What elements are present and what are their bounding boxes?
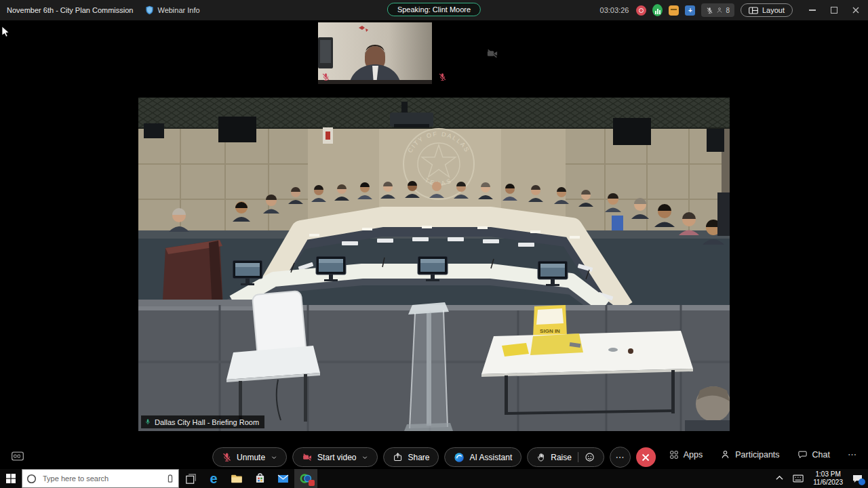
connection-indicator-icon bbox=[652, 4, 663, 16]
meeting-title: November 6th - City Plan Commission bbox=[7, 6, 133, 14]
muted-participants-indicator: 8 bbox=[701, 3, 734, 17]
edge-browser-icon[interactable]: e bbox=[202, 469, 225, 488]
share-label: Share bbox=[408, 453, 429, 462]
leave-meeting-button[interactable] bbox=[636, 447, 656, 467]
location-label: Dallas City Hall - Briefing Room bbox=[155, 418, 259, 426]
webinar-info-button[interactable]: Webinar Info bbox=[145, 5, 199, 15]
restore-button[interactable] bbox=[830, 6, 838, 14]
taskbar-search-box[interactable] bbox=[22, 469, 179, 488]
chevron-up-icon bbox=[776, 475, 783, 481]
more-glyph: ⋯ bbox=[615, 452, 625, 462]
store-bag-icon bbox=[255, 473, 265, 484]
ai-assistant-button[interactable]: AI Assistant bbox=[445, 447, 522, 467]
minimize-button[interactable] bbox=[808, 6, 816, 14]
video-thumbnail-speaker[interactable] bbox=[318, 22, 432, 84]
windows-logo-icon bbox=[6, 474, 16, 483]
mic-off-icon bbox=[706, 7, 713, 14]
mic-active-icon bbox=[144, 418, 151, 426]
start-button[interactable] bbox=[0, 469, 22, 488]
mic-off-icon bbox=[222, 452, 232, 462]
chat-label: Chat bbox=[812, 450, 830, 460]
speaking-badge: Speaking: Clint Moore bbox=[387, 3, 481, 16]
microsoft-store-icon[interactable] bbox=[248, 469, 271, 488]
pen-icon[interactable] bbox=[166, 474, 174, 483]
chat-notification-icon[interactable] bbox=[669, 5, 679, 16]
raise-hand-label: Raise bbox=[551, 453, 572, 462]
briefing-room-video: CITY OF DALLAS TEXAS bbox=[138, 98, 730, 431]
edge-glyph: e bbox=[210, 472, 217, 485]
filmstrip bbox=[318, 22, 550, 84]
sign-in-text: SIGN IN bbox=[540, 328, 560, 334]
location-badge: Dallas City Hall - Briefing Room bbox=[141, 415, 264, 428]
share-button[interactable]: Share bbox=[383, 447, 439, 467]
webex-notification-badge bbox=[309, 480, 315, 486]
mouse-cursor bbox=[1, 26, 9, 37]
start-video-button[interactable]: Start video bbox=[292, 447, 378, 467]
chevron-down-icon[interactable] bbox=[361, 454, 368, 461]
unmute-button[interactable]: Unmute bbox=[212, 447, 287, 467]
participants-button[interactable]: Participants bbox=[720, 449, 779, 460]
mail-icon[interactable] bbox=[271, 469, 294, 488]
camera-off-icon bbox=[302, 452, 313, 462]
recording-indicator-icon bbox=[636, 5, 646, 16]
divider bbox=[578, 452, 578, 462]
ai-assistant-label: AI Assistant bbox=[470, 453, 513, 462]
captions-button[interactable] bbox=[11, 450, 24, 462]
apps-label: Apps bbox=[684, 450, 703, 460]
system-tray: 1:03 PM 11/6/2023 bbox=[776, 469, 868, 488]
mic-muted-icon bbox=[321, 73, 330, 81]
hidden-icons-chevron[interactable] bbox=[776, 475, 783, 481]
person-icon bbox=[716, 7, 723, 14]
action-center-button[interactable] bbox=[852, 474, 863, 483]
camera-off-icon bbox=[486, 47, 498, 60]
envelope-icon bbox=[277, 474, 289, 483]
layout-button[interactable]: Layout bbox=[741, 3, 793, 17]
close-icon bbox=[852, 7, 859, 14]
titlebar: November 6th - City Plan Commission Webi… bbox=[0, 0, 868, 20]
close-button[interactable] bbox=[852, 6, 860, 14]
muted-count: 8 bbox=[726, 7, 730, 14]
reactions-emoji-icon[interactable] bbox=[585, 452, 595, 462]
start-video-label: Start video bbox=[317, 453, 356, 462]
main-video-stage: CITY OF DALLAS TEXAS bbox=[138, 98, 730, 431]
touch-keyboard-icon[interactable] bbox=[793, 474, 804, 483]
ai-assistant-icon bbox=[454, 452, 465, 463]
search-input[interactable] bbox=[41, 474, 161, 483]
mic-muted-icon bbox=[438, 73, 447, 81]
webex-window: November 6th - City Plan Commission Webi… bbox=[0, 0, 868, 488]
more-options-button[interactable]: ⋯ bbox=[610, 447, 631, 468]
chat-button[interactable]: Chat bbox=[797, 449, 830, 460]
raise-hand-button[interactable]: Raise bbox=[527, 447, 604, 467]
folder-icon bbox=[231, 474, 243, 483]
windows-taskbar: e bbox=[0, 469, 868, 488]
task-view-button[interactable] bbox=[179, 469, 202, 488]
unmute-label: Unmute bbox=[237, 453, 265, 462]
clock-date: 11/6/2023 bbox=[813, 479, 843, 487]
meeting-timer: 03:03:26 bbox=[600, 6, 629, 14]
apps-button[interactable]: Apps bbox=[669, 450, 703, 460]
layout-label: Layout bbox=[762, 6, 785, 14]
video-thumbnail-camera-off[interactable] bbox=[435, 22, 550, 84]
chevron-down-icon[interactable] bbox=[271, 454, 277, 461]
control-bar: Unmute Start video Share bbox=[0, 445, 868, 469]
webex-taskbar-icon[interactable] bbox=[294, 469, 317, 488]
clock-time: 1:03 PM bbox=[813, 470, 843, 479]
invite-participant-icon[interactable]: + bbox=[685, 5, 695, 16]
chat-bubble-icon bbox=[797, 449, 808, 460]
overflow-more-button[interactable]: ⋯ bbox=[848, 449, 857, 460]
cortana-icon bbox=[26, 474, 37, 484]
taskbar-clock[interactable]: 1:03 PM 11/6/2023 bbox=[813, 470, 843, 487]
raise-hand-icon bbox=[536, 452, 546, 462]
close-icon bbox=[642, 453, 650, 462]
speaker-video bbox=[318, 22, 432, 84]
participants-label: Participants bbox=[735, 450, 779, 460]
share-icon bbox=[393, 452, 403, 462]
file-explorer-icon[interactable] bbox=[225, 469, 248, 488]
shield-icon bbox=[145, 5, 154, 15]
apps-grid-icon bbox=[669, 450, 679, 460]
notification-badge bbox=[859, 479, 865, 485]
participants-icon bbox=[720, 449, 730, 460]
task-view-icon bbox=[186, 474, 196, 484]
layout-grid-icon bbox=[749, 7, 758, 14]
webinar-info-label: Webinar Info bbox=[157, 6, 199, 14]
